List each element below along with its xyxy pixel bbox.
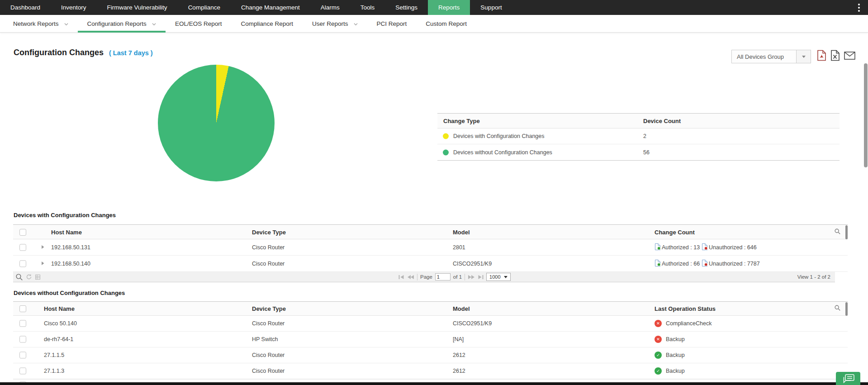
- unauthorized-change-icon: [702, 243, 708, 252]
- legend-table: Change Type Device Count Devices with Co…: [437, 113, 840, 161]
- subnav-item-custom-report[interactable]: Custom Report: [416, 15, 476, 32]
- column-header-model: Model: [453, 228, 470, 235]
- subnav-item-label: Configuration Reports: [87, 20, 147, 27]
- table-row: de-rh7-64-1HP Switch[NA]✕Backup: [13, 332, 848, 347]
- with-changes-table: Host Name Device Type Model Change Count…: [13, 224, 848, 272]
- legend-count: 56: [643, 149, 650, 156]
- topnav-item-compliance[interactable]: Compliance: [178, 0, 231, 15]
- topnav-item-settings[interactable]: Settings: [385, 0, 428, 15]
- model-cell: CISCO2951/K9: [453, 320, 492, 327]
- model-cell: 2612: [453, 368, 465, 374]
- table-search-icon[interactable]: [16, 274, 23, 280]
- legend-color-dot: [443, 133, 449, 139]
- device-type-cell: Cisco Router: [252, 244, 285, 251]
- row-checkbox[interactable]: [19, 352, 26, 359]
- device-group-value: All Devices Group: [732, 53, 796, 60]
- subnav-item-network-reports[interactable]: Network Reports: [4, 15, 78, 32]
- topnav-item-firmware-vulnerability[interactable]: Firmware Vulnerability: [97, 0, 178, 15]
- email-export-icon[interactable]: [844, 52, 855, 60]
- refresh-icon[interactable]: [26, 274, 32, 280]
- page-header: Configuration Changes ( Last 7 days ): [14, 48, 153, 57]
- legend-count: 2: [643, 133, 646, 139]
- table-row: 27.1.1.5Cisco Router2612✓Backup: [13, 347, 848, 363]
- row-checkbox[interactable]: [19, 336, 26, 343]
- status-label: ComplianceCheck: [666, 320, 711, 327]
- topnav-item-dashboard[interactable]: Dashboard: [0, 0, 51, 15]
- model-cell: CISCO2951/K9: [453, 261, 492, 267]
- column-header-host-name: Host Name: [51, 228, 82, 235]
- chevron-down-icon: [796, 50, 811, 63]
- authorized-count: Authorized : 66: [662, 261, 700, 267]
- authorized-count: Authorized : 13: [662, 244, 700, 251]
- select-all-checkbox[interactable]: [19, 305, 26, 312]
- topnav-item-support[interactable]: Support: [470, 0, 512, 15]
- topnav-item-change-management[interactable]: Change Management: [231, 0, 310, 15]
- search-icon[interactable]: [835, 228, 840, 236]
- subnav-item-label: PCI Report: [377, 20, 407, 27]
- table-scrollbar-thumb[interactable]: [845, 225, 848, 239]
- expand-row-icon[interactable]: [41, 244, 44, 251]
- host-name-cell: 27.1.1.5: [44, 352, 64, 358]
- table-scrollbar-thumb[interactable]: [845, 302, 848, 316]
- page-scrollbar-thumb[interactable]: [864, 63, 868, 167]
- reports-subnav: Network ReportsConfiguration ReportsEOL/…: [0, 15, 868, 33]
- app-window: DashboardInventoryFirmware Vulnerability…: [0, 0, 868, 385]
- row-checkbox[interactable]: [19, 244, 26, 251]
- row-checkbox[interactable]: [19, 368, 26, 375]
- main-nav: DashboardInventoryFirmware Vulnerability…: [0, 0, 868, 15]
- topnav-item-alarms[interactable]: Alarms: [310, 0, 350, 15]
- subnav-item-label: Compliance Report: [241, 20, 293, 27]
- row-checkbox[interactable]: [19, 320, 26, 327]
- view-range-label: View 1 - 2 of 2: [797, 272, 830, 282]
- unauthorized-count: Unauthorized : 7787: [709, 261, 760, 267]
- section-title-without-changes: Devices without Configuration Changes: [14, 290, 125, 296]
- device-type-cell: Cisco Router: [252, 320, 285, 327]
- select-all-checkbox[interactable]: [19, 229, 26, 236]
- last-page-icon[interactable]: [478, 275, 484, 280]
- status-success-icon: ✓: [655, 352, 662, 359]
- subnav-item-eol-eos-report[interactable]: EOL/EOS Report: [166, 15, 232, 32]
- device-type-cell: HP Switch: [252, 336, 278, 342]
- subnav-item-label: Network Reports: [13, 20, 59, 27]
- without-changes-table: Host Name Device Type Model Last Operati…: [13, 301, 848, 379]
- subnav-item-pci-report[interactable]: PCI Report: [367, 15, 417, 32]
- chat-widget-button[interactable]: [836, 372, 860, 385]
- row-checkbox[interactable]: [19, 260, 26, 267]
- last-operation-status-cell: ✓Backup: [655, 352, 685, 359]
- authorized-change-icon: [655, 243, 661, 252]
- kebab-menu-icon[interactable]: [850, 0, 868, 15]
- subnav-item-compliance-report[interactable]: Compliance Report: [231, 15, 303, 32]
- pdf-export-icon[interactable]: [817, 50, 826, 61]
- next-page-icon[interactable]: [468, 275, 475, 280]
- excel-export-icon[interactable]: [830, 50, 840, 61]
- report-period-link[interactable]: ( Last 7 days ): [109, 49, 153, 57]
- column-header-device-type: Device Type: [252, 228, 286, 235]
- status-label: Backup: [666, 368, 685, 374]
- last-operation-status-cell: ✕ComplianceCheck: [655, 320, 711, 327]
- page-label: Page: [420, 274, 432, 280]
- legend-row: Devices with Configuration Changes2: [437, 128, 840, 144]
- topnav-item-inventory[interactable]: Inventory: [51, 0, 97, 15]
- column-chooser-icon[interactable]: [35, 275, 40, 280]
- prev-page-icon[interactable]: [407, 275, 414, 280]
- authorized-change-icon: [655, 259, 661, 268]
- subnav-item-configuration-reports[interactable]: Configuration Reports: [78, 15, 166, 32]
- topnav-item-reports[interactable]: Reports: [428, 0, 470, 15]
- device-type-cell: Cisco Router: [252, 352, 285, 358]
- first-page-icon[interactable]: [398, 275, 404, 280]
- subnav-item-user-reports[interactable]: User Reports: [303, 15, 367, 32]
- page-size-select[interactable]: 1000: [486, 273, 510, 281]
- table-row: Cisco 50.140Cisco RouterCISCO2951/K9✕Com…: [13, 316, 848, 332]
- section-title-with-changes: Devices with Configuration Changes: [14, 212, 116, 219]
- last-operation-status-cell: ✕Backup: [655, 336, 685, 343]
- page-number-input[interactable]: [435, 273, 451, 280]
- search-icon[interactable]: [835, 305, 840, 312]
- status-label: Backup: [666, 352, 685, 358]
- subnav-item-label: User Reports: [312, 20, 348, 27]
- expand-row-icon[interactable]: [41, 261, 44, 267]
- unauthorized-change-icon: [702, 259, 708, 268]
- host-name-cell: de-rh7-64-1: [44, 336, 73, 342]
- topnav-item-tools[interactable]: Tools: [350, 0, 385, 15]
- page-of-label: of 1: [453, 274, 462, 280]
- device-group-dropdown[interactable]: All Devices Group: [731, 50, 811, 63]
